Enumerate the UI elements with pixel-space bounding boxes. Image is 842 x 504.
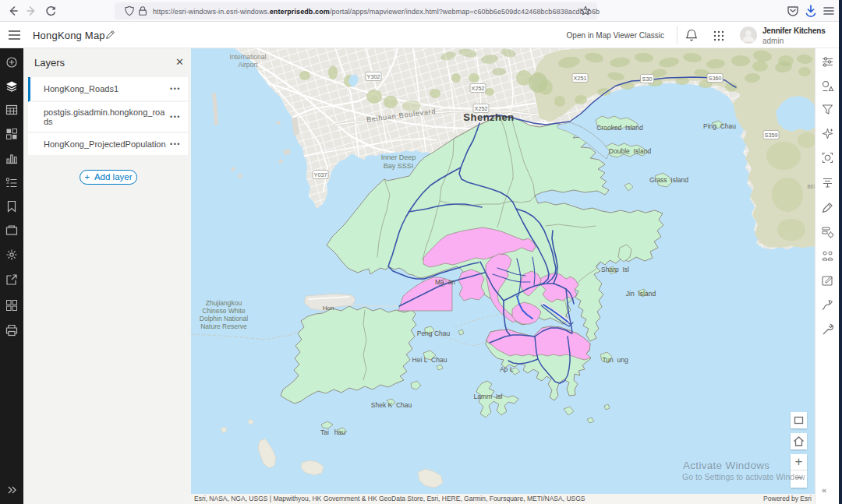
svg-text:Lamm Isl: Lamm Isl [474,393,503,400]
svg-text:Inner Deep: Inner Deep [381,153,416,161]
svg-text:Bay SSSI: Bay SSSI [384,162,414,170]
svg-text:S359: S359 [765,132,778,139]
svg-text:Dolphin National: Dolphin National [200,315,248,322]
svg-text:S360: S360 [709,75,722,82]
svg-text:X251: X251 [574,75,587,82]
svg-text:Sharp Isl: Sharp Isl [601,266,629,273]
svg-text:Ap L: Ap L [500,365,517,373]
svg-text:Ping Chau: Ping Chau [703,122,736,130]
svg-text:867: 867 [808,184,815,189]
svg-text:X252: X252 [475,105,488,112]
svg-text:S30: S30 [642,76,653,83]
svg-text:Hei L Chau: Hei L Chau [412,356,448,364]
svg-text:Y302: Y302 [367,73,380,80]
svg-text:Y037: Y037 [314,171,327,178]
svg-text:Jin Island: Jin Island [626,290,656,298]
svg-text:Tun ung: Tun ung [602,356,628,364]
svg-text:Tai hau: Tai hau [320,428,345,436]
svg-text:Airport: Airport [238,61,258,69]
svg-text:X252: X252 [472,85,485,92]
svg-text:Ma an: Ma an [435,278,455,286]
svg-text:Chinese White: Chinese White [202,307,246,315]
svg-text:Nature Reserve: Nature Reserve [200,322,247,330]
svg-text:International: International [230,53,267,61]
svg-text:Grass Island: Grass Island [649,176,688,184]
svg-text:Peng Chau: Peng Chau [417,330,451,337]
svg-text:Shek K Chau: Shek K Chau [371,401,412,409]
svg-text:Double Island: Double Island [609,147,652,155]
svg-text:Hon: Hon [323,305,334,312]
svg-text:Crooked Island: Crooked Island [596,124,643,132]
svg-text:Zhujiangkou: Zhujiangkou [206,299,242,307]
svg-text:Shenzhen: Shenzhen [463,111,514,123]
